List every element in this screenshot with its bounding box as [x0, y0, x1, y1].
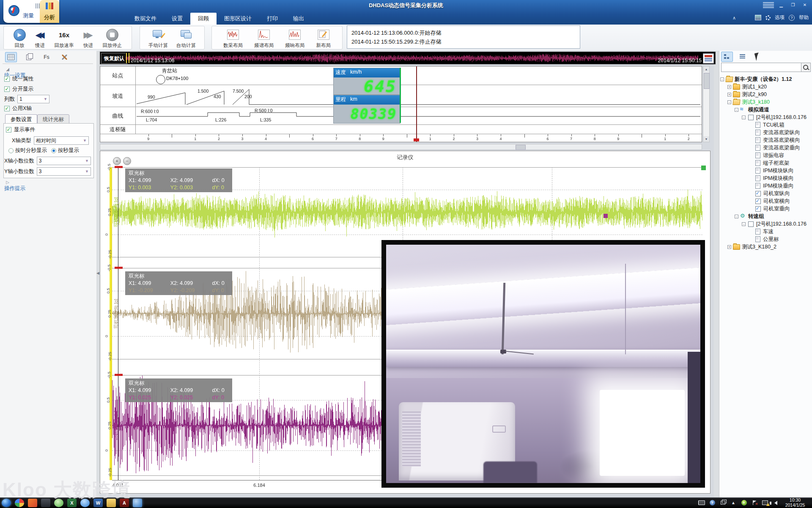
expand-toggle-icon[interactable]: - [742, 222, 746, 226]
tree-item[interactable]: + 测试3_K180_2 [720, 243, 812, 251]
tree-item[interactable]: 变流器底梁垂向 [720, 144, 812, 152]
restore-window-icon[interactable] [719, 500, 726, 506]
tree-item[interactable]: + 测试1_k20 [720, 83, 812, 91]
network-icon[interactable] [762, 500, 768, 506]
list-view-button[interactable] [736, 52, 748, 62]
profile-cursor-marker[interactable] [414, 138, 419, 141]
help-icon[interactable]: ? [789, 15, 795, 21]
play-button[interactable]: ▶ 回放 [14, 26, 26, 49]
manual-calc-button[interactable]: 手动计算 [148, 26, 168, 49]
taskbar-icon[interactable] [133, 499, 142, 507]
taskbar-icon[interactable]: X [67, 499, 77, 507]
scrollbar-thumb[interactable] [516, 145, 526, 150]
expand-toggle-icon[interactable]: - [727, 100, 731, 104]
overview-cursor2[interactable] [129, 53, 129, 63]
expand-toggle-icon[interactable]: + [727, 85, 731, 89]
tree-item[interactable]: 司机室纵向 [720, 190, 812, 197]
profile-horizontal-scrollbar[interactable] [100, 144, 702, 150]
columns-select[interactable]: 1 ▼ [17, 95, 49, 103]
expand-toggle-icon[interactable]: - [735, 108, 738, 112]
x-decimals-select[interactable]: 3 ▼ [37, 157, 91, 165]
expand-toggle-icon[interactable]: - [742, 116, 746, 119]
volume-icon[interactable] [772, 500, 779, 506]
taskbar-icon[interactable]: A [120, 499, 129, 507]
tree-view-button[interactable] [721, 52, 733, 62]
options-label[interactable]: 选项 [775, 14, 785, 21]
copy-layout-button[interactable] [23, 52, 35, 62]
select-cursor-button[interactable] [752, 52, 763, 62]
left-splitter[interactable]: ◀ [96, 51, 100, 497]
fs-button[interactable]: Fs [41, 52, 52, 62]
tree-item[interactable]: 端子柜底架 [720, 159, 812, 167]
unified-attr-checkbox[interactable]: ✓ 统一属性 [4, 75, 33, 83]
tree-item[interactable]: TCU机箱 [720, 121, 812, 129]
search-button[interactable] [801, 63, 811, 72]
stop-playback-button[interactable]: 回放停止 [103, 26, 122, 49]
zoom-in-button[interactable]: + [113, 157, 121, 165]
tools-button[interactable] [58, 52, 70, 62]
help-tray-icon[interactable]: ? [709, 500, 716, 506]
tree-item[interactable]: 司机室横向 [720, 197, 812, 205]
tree-search-input[interactable] [721, 63, 801, 72]
shared-xaxis-checkbox[interactable]: ✓ 公用X轴 [4, 105, 32, 112]
scrollbar-thumb[interactable] [704, 73, 710, 89]
taskbar-icon[interactable] [107, 499, 116, 507]
zoom-out-button[interactable]: − [123, 157, 131, 165]
grid-view-button[interactable] [5, 52, 17, 62]
expand-toggle-icon[interactable]: + [727, 93, 731, 97]
taskbar-clock[interactable]: 10:30 2014/1/25 [781, 498, 809, 508]
right-splitter[interactable] [714, 51, 719, 497]
menu-tab[interactable]: 回顾 [190, 13, 217, 25]
restore-default-button[interactable]: 恢复默认 [101, 53, 127, 64]
tree-item[interactable]: - [2号机]192.168.0.176 [720, 113, 812, 121]
tree-item[interactable]: 公里标 [720, 235, 812, 243]
quick-access-icon[interactable] [763, 2, 774, 8]
show-events-checkbox[interactable]: ✓ 显示事件 [6, 126, 35, 133]
hidden-icons-arrow[interactable]: ▲ [730, 500, 737, 506]
y-decimals-select[interactable]: 3 ▼ [37, 167, 91, 176]
calendar-icon[interactable] [703, 53, 714, 64]
taskbar-icon[interactable] [28, 499, 37, 507]
collapse-ribbon-icon[interactable]: ∧ [732, 15, 736, 21]
tree-item[interactable]: IPM模块垂向 [720, 182, 812, 190]
new-layout-button[interactable]: 新布局 [316, 26, 331, 49]
spectrum-layout-button[interactable]: 频谱布局 [254, 26, 274, 49]
tree-item[interactable]: 谐振电容 [720, 152, 812, 159]
antivirus-icon[interactable]: + [741, 500, 747, 506]
cursor-top-marker[interactable] [115, 267, 123, 269]
expand-toggle-icon[interactable]: + [727, 245, 731, 249]
action-center-icon[interactable]: ✕ [751, 500, 758, 506]
maximize-button[interactable]: ❐ [788, 2, 798, 8]
cursor-top-marker[interactable] [115, 166, 123, 168]
taskbar-icon[interactable] [2, 499, 11, 507]
profile-vertical-scrollbar[interactable]: ▲ ▼ [703, 66, 710, 142]
menu-tab[interactable]: 输出 [285, 13, 312, 25]
scroll-up-icon[interactable]: ▲ [703, 66, 709, 72]
dual-cursor-line[interactable] [118, 167, 118, 480]
tree-item[interactable]: 车速 [720, 228, 812, 235]
tree-item[interactable]: - 模拟通道 [720, 106, 812, 113]
menu-tab[interactable]: 设置 [164, 13, 190, 25]
tree-item[interactable]: IPM模块纵向 [720, 167, 812, 174]
tree-item[interactable]: - 新丰-安康（设备2）1.12 [720, 75, 812, 83]
collapse-left-icon[interactable]: ◀ [96, 271, 99, 275]
split-display-checkbox[interactable]: ✓ 分开显示 [4, 86, 33, 93]
menu-tab[interactable]: 打印 [259, 13, 285, 25]
taskbar-icon[interactable] [15, 499, 24, 507]
tree-item[interactable]: 变流器底梁纵向 [720, 129, 812, 136]
playback-rate-button[interactable]: 16x 回放速率 [55, 26, 74, 49]
taskbar-icon[interactable] [54, 499, 63, 507]
daq-layout-button[interactable]: 数采布局 [223, 26, 243, 49]
taskbar-icon[interactable] [80, 499, 90, 507]
tree-item[interactable]: 司机室垂向 [720, 205, 812, 213]
radio-seconds[interactable] [51, 148, 56, 153]
expand-toggle-icon[interactable]: - [735, 215, 738, 218]
view-icon[interactable] [755, 15, 761, 20]
menu-tab[interactable]: 图形区设计 [217, 13, 259, 25]
xaxis-type-select[interactable]: 相对时间 ▼ [34, 136, 89, 145]
tree-item[interactable]: + 测试2_k90 [720, 91, 812, 98]
minimize-button[interactable]: ▁ [776, 2, 786, 8]
profile-position-cursor[interactable] [416, 66, 417, 142]
tree-item[interactable]: - [2号机]192.168.0.176 [720, 220, 812, 228]
menu-tab[interactable]: 数据文件 [127, 13, 164, 25]
